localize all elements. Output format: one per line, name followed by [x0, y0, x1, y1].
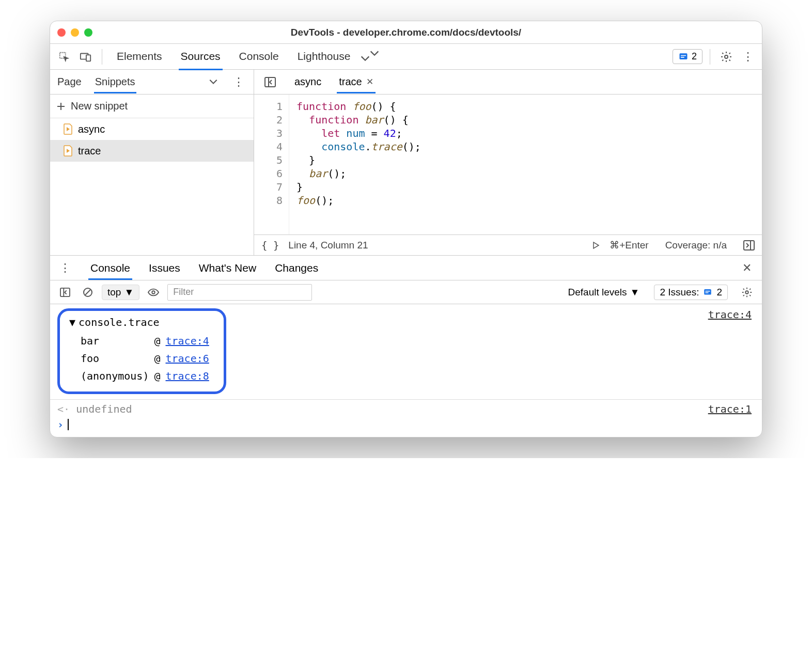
- new-snippet-button[interactable]: New snippet: [50, 95, 254, 118]
- sources-panel: Page Snippets ⋮ New snippet async: [50, 70, 762, 256]
- code-content: function foo() { function bar() { let nu…: [289, 95, 428, 234]
- more-tabs-icon[interactable]: [367, 44, 382, 69]
- svg-rect-3: [679, 53, 687, 59]
- console-toolbar: top ▼ Filter Default levels ▼ 2 Issues: …: [50, 280, 762, 304]
- editor-pane: async trace ✕ 1 2 3 4 5 6 7 8 fun: [254, 70, 762, 255]
- pretty-print-icon[interactable]: { }: [261, 240, 279, 251]
- close-tab-icon[interactable]: ✕: [366, 76, 373, 87]
- drawer-tab-changes[interactable]: Changes: [273, 257, 320, 279]
- devtools-window: DevTools - developer.chrome.com/docs/dev…: [50, 21, 762, 437]
- svg-rect-10: [705, 289, 712, 295]
- stack-frame: foo @ trace:6: [81, 350, 213, 367]
- svg-point-11: [745, 291, 748, 294]
- svg-rect-2: [86, 55, 90, 61]
- tab-console[interactable]: Console: [237, 45, 281, 68]
- navigator-tabs: Page Snippets ⋮: [50, 70, 254, 95]
- line-gutter: 1 2 3 4 5 6 7 8: [254, 95, 289, 234]
- nav-tab-page[interactable]: Page: [56, 71, 83, 93]
- tab-lighthouse[interactable]: Lighthouse: [295, 45, 353, 68]
- nav-kebab-icon[interactable]: ⋮: [230, 75, 247, 89]
- tab-sources[interactable]: Sources: [179, 45, 223, 68]
- editor-tab-label: trace: [339, 76, 362, 88]
- clear-console-icon[interactable]: [79, 284, 97, 301]
- source-link[interactable]: trace:6: [166, 352, 209, 365]
- editor-tab-label: async: [294, 76, 321, 88]
- issues-count: 2: [692, 51, 697, 62]
- console-filter-input[interactable]: Filter: [167, 284, 312, 301]
- stack-trace-table: bar @ trace:4 foo @ trace:6 (anonymous) …: [80, 332, 214, 385]
- levels-label: Default levels: [568, 287, 627, 298]
- toggle-debugger-icon[interactable]: [743, 240, 755, 250]
- editor-tab-trace[interactable]: trace ✕: [337, 71, 375, 93]
- inspect-element-icon[interactable]: [55, 48, 73, 66]
- execution-context-selector[interactable]: top ▼: [102, 285, 139, 300]
- source-link[interactable]: trace:8: [166, 370, 209, 382]
- trace-header-row[interactable]: ▼ console.trace: [69, 316, 214, 328]
- console-return-row: trace:1 <· undefined: [57, 403, 755, 415]
- code-editor[interactable]: 1 2 3 4 5 6 7 8 function foo() { functio…: [254, 95, 762, 234]
- source-link[interactable]: trace:4: [166, 335, 209, 347]
- issues-counter[interactable]: 2: [673, 49, 702, 64]
- snippet-file-trace[interactable]: trace: [50, 140, 254, 162]
- main-tabs: Elements Sources Console Lighthouse: [110, 44, 382, 69]
- device-toolbar-icon[interactable]: [77, 48, 95, 66]
- at-symbol: @: [154, 333, 164, 349]
- nav-tab-snippets[interactable]: Snippets: [94, 71, 136, 93]
- live-expression-icon[interactable]: [145, 284, 162, 301]
- snippet-icon: [64, 123, 73, 135]
- editor-statusbar: { } Line 4, Column 21 ⌘+Enter Coverage: …: [254, 234, 762, 255]
- drawer-tab-console[interactable]: Console: [88, 257, 132, 279]
- new-snippet-label: New snippet: [71, 100, 128, 112]
- file-name: trace: [78, 145, 101, 157]
- disclosure-triangle-icon[interactable]: ▼: [69, 316, 75, 328]
- tab-elements[interactable]: Elements: [115, 45, 164, 68]
- drawer-kebab-icon[interactable]: ⋮: [56, 261, 74, 275]
- drawer-tab-whatsnew[interactable]: What's New: [197, 257, 258, 279]
- zoom-window-button[interactable]: [84, 28, 92, 37]
- filter-placeholder: Filter: [173, 287, 194, 297]
- console-sidebar-toggle-icon[interactable]: [56, 284, 74, 301]
- more-nav-tabs-icon[interactable]: [208, 78, 218, 86]
- chevron-down-icon: ▼: [630, 287, 640, 298]
- minimize-window-button[interactable]: [71, 28, 79, 37]
- divider: [102, 49, 102, 65]
- context-label: top: [107, 287, 121, 298]
- file-name: async: [78, 123, 105, 135]
- toggle-navigator-icon[interactable]: [261, 73, 279, 91]
- console-issues-link[interactable]: 2 Issues: 2: [654, 285, 728, 300]
- issues-label: 2 Issues:: [660, 287, 699, 298]
- close-window-button[interactable]: [57, 28, 66, 37]
- chevron-down-icon: ▼: [124, 287, 134, 298]
- editor-tabs: async trace ✕: [254, 70, 762, 95]
- run-snippet-icon[interactable]: [592, 241, 600, 249]
- console-prompt[interactable]: ›: [57, 415, 755, 431]
- return-arrow-icon: <·: [57, 403, 70, 415]
- at-symbol: @: [154, 368, 164, 384]
- source-link[interactable]: trace:4: [708, 308, 752, 321]
- coverage-label: Coverage: n/a: [665, 240, 727, 251]
- prompt-caret-icon: ›: [57, 418, 64, 431]
- kebab-menu-icon[interactable]: ⋮: [739, 50, 757, 64]
- divider: [710, 49, 710, 65]
- drawer-tab-issues[interactable]: Issues: [147, 257, 182, 279]
- text-cursor: [68, 419, 69, 430]
- log-levels-selector[interactable]: Default levels ▼: [568, 287, 640, 298]
- snippet-icon: [64, 145, 73, 156]
- svg-point-9: [152, 291, 155, 294]
- settings-icon[interactable]: [717, 48, 735, 66]
- close-drawer-icon[interactable]: ✕: [738, 259, 756, 277]
- console-settings-icon[interactable]: [738, 284, 756, 301]
- return-value: undefined: [76, 403, 132, 415]
- issues-count: 2: [716, 287, 722, 298]
- frame-function: bar: [81, 333, 153, 349]
- frame-function: (anonymous): [81, 368, 153, 384]
- snippet-file-async[interactable]: async: [50, 118, 254, 140]
- stack-frame: bar @ trace:4: [81, 333, 213, 349]
- frame-function: foo: [81, 350, 153, 367]
- cursor-position: Line 4, Column 21: [288, 240, 368, 251]
- traffic-lights: [57, 28, 92, 37]
- main-toolbar: Elements Sources Console Lighthouse 2 ⋮: [50, 44, 762, 70]
- trace-highlight-box: ▼ console.trace bar @ trace:4 foo @ trac…: [57, 308, 226, 394]
- editor-tab-async[interactable]: async: [292, 71, 323, 93]
- source-link[interactable]: trace:1: [708, 403, 752, 415]
